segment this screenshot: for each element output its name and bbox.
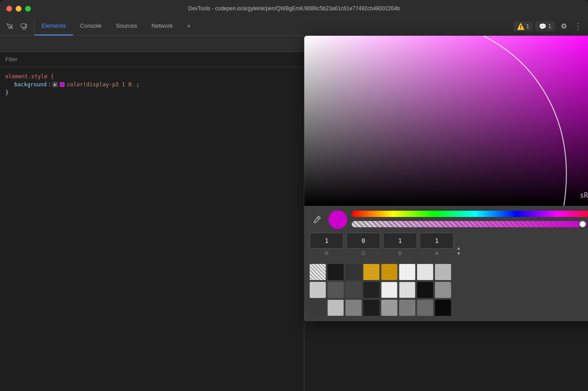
swatch-item[interactable] (399, 282, 415, 298)
filter-bar: Filter (0, 52, 304, 67)
devtools-toolbar: Elements Console Sources Network » ⚠️ 1 … (0, 17, 588, 36)
left-panel: Filter element.style { background : ▶ co… (0, 36, 304, 391)
css-color-value: color(display-p3 1 0. (67, 81, 135, 89)
swatch-item[interactable] (381, 282, 397, 298)
swatch-item[interactable] (399, 300, 415, 316)
alpha-slider[interactable] (352, 221, 587, 227)
swatch-item[interactable] (363, 282, 379, 298)
r-label: R (325, 251, 328, 256)
color-canvas-area[interactable]: sRGB (304, 36, 588, 206)
svg-line-5 (317, 217, 319, 219)
r-input[interactable] (310, 233, 344, 249)
toolbar-tabs: Elements Console Sources Network » (34, 17, 509, 35)
main-content: Filter element.style { background : ▶ co… (0, 36, 588, 391)
expand-arrow[interactable]: ▶ (52, 82, 58, 87)
hue-slider[interactable] (352, 211, 588, 217)
message-icon: 💬 (539, 23, 546, 30)
g-input[interactable] (346, 233, 380, 249)
filter-label: Filter (5, 56, 17, 63)
right-panel: sRGB ✕ (304, 36, 588, 391)
sliders-area (352, 211, 588, 229)
swatch-item[interactable] (363, 264, 379, 280)
tab-console[interactable]: Console (73, 17, 109, 35)
color-picker-popup: sRGB ✕ (304, 36, 588, 321)
toolbar-left-icons (0, 17, 34, 35)
swatch-item[interactable] (345, 282, 362, 298)
value-spinner[interactable]: ▲ ▼ (456, 246, 461, 256)
settings-button[interactable]: ⚙ (558, 20, 570, 33)
code-line-property: background : ▶ color(display-p3 1 0. ; (5, 81, 298, 89)
eyedropper-icon (312, 215, 321, 224)
swatch-item[interactable] (328, 300, 344, 316)
css-semicolon: ; (136, 81, 139, 89)
swatch-item[interactable] (363, 300, 379, 316)
css-property-name: background (14, 81, 47, 89)
gamut-boundary-svg (304, 36, 588, 206)
tab-sources[interactable]: Sources (109, 17, 145, 35)
more-options-button[interactable]: ⋮ (573, 21, 584, 32)
color-picker-bottom: R G B A ▲ ▼ (304, 206, 588, 261)
a-input-group: A (420, 233, 454, 256)
traffic-lights (6, 6, 31, 12)
color-gradient: sRGB (304, 36, 588, 206)
picker-row1 (310, 210, 588, 229)
css-selector: element.style { (5, 73, 54, 80)
swatch-item[interactable] (345, 300, 362, 316)
tab-more[interactable]: » (180, 17, 197, 35)
title-bar: DevTools - codepen.io/argyleink/pen/QWBg… (0, 0, 588, 17)
swatch-item[interactable] (381, 300, 397, 316)
tab-network[interactable]: Network (145, 17, 180, 35)
window-title: DevTools - codepen.io/argyleink/pen/QWBg… (188, 5, 400, 12)
alpha-slider-thumb (579, 221, 586, 228)
spinner-up-icon: ▲ (456, 246, 461, 251)
color-swatch[interactable] (60, 82, 64, 87)
swatch-item[interactable] (328, 264, 344, 280)
warning-badge-button[interactable]: ⚠️ 1 (513, 21, 533, 31)
spinner-down-icon: ▼ (456, 251, 461, 256)
code-line-selector: element.style { (5, 72, 298, 81)
g-label: G (362, 251, 366, 256)
swatch-item[interactable] (417, 264, 433, 280)
swatch-item[interactable] (310, 300, 326, 316)
maximize-traffic-light[interactable] (25, 6, 31, 12)
swatch-item[interactable] (435, 264, 451, 280)
toolbar-right: ⚠️ 1 💬 1 ⚙ ⋮ (509, 17, 588, 35)
swatch-item[interactable] (328, 282, 344, 298)
swatch-item[interactable] (435, 282, 451, 298)
minimize-traffic-light[interactable] (16, 6, 21, 12)
message-badge-button[interactable]: 💬 1 (535, 21, 555, 31)
swatch-item[interactable] (435, 300, 451, 316)
alpha-row (352, 220, 588, 229)
b-input[interactable] (383, 233, 417, 249)
styles-code-area: element.style { background : ▶ color(dis… (0, 67, 304, 391)
inspect-element-button[interactable] (4, 20, 16, 33)
swatch-item[interactable] (310, 282, 326, 298)
g-input-group: G (346, 233, 380, 256)
svg-rect-0 (21, 24, 26, 27)
a-input[interactable] (420, 233, 454, 249)
b-label: B (398, 251, 401, 256)
swatches-row-3 (310, 300, 588, 316)
eyedropper-button[interactable] (310, 212, 324, 227)
swatch-item[interactable] (345, 264, 362, 280)
swatch-item[interactable] (417, 300, 433, 316)
swatch-item[interactable] (399, 264, 415, 280)
close-traffic-light[interactable] (6, 6, 12, 12)
r-input-group: R (310, 233, 344, 256)
more-icon: ⋮ (574, 21, 582, 31)
swatches-section: ▲ ▼ (304, 261, 588, 321)
gear-icon: ⚙ (561, 22, 567, 30)
swatch-item[interactable] (381, 264, 397, 280)
color-preview-circle (328, 210, 347, 229)
swatches-row-2 (310, 282, 588, 298)
device-toolbar-button[interactable] (18, 20, 30, 33)
warning-icon: ⚠️ (517, 23, 524, 30)
elements-secondary-toolbar (0, 36, 304, 52)
tab-elements[interactable]: Elements (34, 17, 73, 35)
a-label: A (435, 251, 438, 256)
rgba-inputs: R G B A ▲ ▼ (310, 233, 588, 256)
code-line-close: } (5, 89, 298, 97)
swatch-item[interactable] (417, 282, 433, 298)
swatch-checker[interactable] (310, 264, 326, 280)
css-close-brace: } (5, 89, 9, 96)
